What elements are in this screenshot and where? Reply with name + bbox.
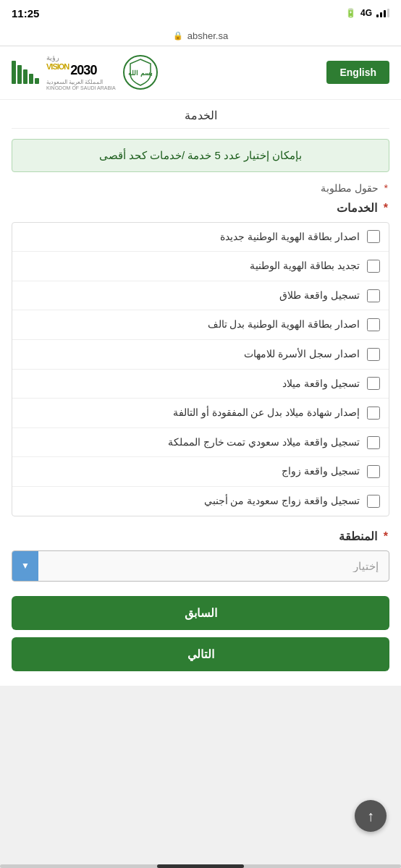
url-display: absher.sa	[187, 30, 228, 41]
region-select[interactable]: إختيار	[12, 551, 389, 581]
region-star: *	[384, 530, 388, 542]
page: English بسم الله رؤية VISION 2030 المملك…	[0, 46, 401, 686]
time-display: 11:25	[12, 7, 39, 20]
service-checkbox-0[interactable]	[367, 230, 380, 243]
list-item: اصدار بطاقة الهوية الوطنية جديدة	[12, 223, 389, 252]
service-label-5[interactable]: تسجيل واقعة ميلاد	[21, 377, 360, 391]
service-checkbox-3[interactable]	[367, 318, 380, 331]
next-button[interactable]: التالي	[12, 637, 389, 671]
list-item: تجديد بطاقة الهوية الوطنية	[12, 252, 389, 281]
service-checkbox-9[interactable]	[367, 495, 380, 508]
list-item: اصدار سجل الأسرة للامهات	[12, 340, 389, 370]
region-section: * المنطقة ▼ إختيار	[12, 529, 389, 582]
battery-icon: 🔋	[345, 8, 356, 18]
shield-logo: بسم الله	[123, 55, 158, 90]
service-label-9[interactable]: تسجيل واقعة زواج سعودية من أجنبي	[21, 494, 360, 509]
service-label-2[interactable]: تسجيل واقعة طلاق	[21, 289, 360, 303]
service-checkbox-2[interactable]	[367, 289, 380, 302]
service-checkbox-1[interactable]	[367, 260, 380, 273]
list-item: اصدار بطاقة الهوية الوطنية بدل تالف	[12, 310, 389, 340]
list-item: إصدار شهادة ميلاد بدل عن المفقودة أو الت…	[12, 399, 389, 428]
status-bar: 🔋 4G 11:25	[0, 0, 401, 26]
service-label-8[interactable]: تسجيل واقعة زواج	[21, 464, 360, 479]
service-label-0[interactable]: اصدار بطاقة الهوية الوطنية جديدة	[21, 230, 360, 244]
required-label: * حقول مطلوبة	[12, 182, 389, 194]
service-label-1[interactable]: تجديد بطاقة الهوية الوطنية	[21, 259, 360, 273]
content: الخدمة بإمكان إختيار عدد 5 خدمة /خدمات ك…	[0, 100, 401, 686]
button-group: السابق التالي	[12, 596, 389, 671]
bottom-bar-indicator	[157, 864, 244, 868]
service-label-4[interactable]: اصدار سجل الأسرة للامهات	[21, 347, 360, 362]
service-checkbox-6[interactable]	[367, 407, 380, 420]
scroll-top-icon: ↑	[367, 808, 374, 825]
required-star: *	[384, 182, 388, 194]
service-breadcrumb: الخدمة	[12, 100, 389, 129]
english-button[interactable]: English	[326, 61, 389, 84]
service-checkbox-8[interactable]	[367, 465, 380, 478]
bottom-bar	[0, 864, 401, 868]
service-label-6[interactable]: إصدار شهادة ميلاد بدل عن المفقودة أو الت…	[21, 406, 360, 420]
list-item: تسجيل واقعة زواج سعودية من أجنبي	[12, 487, 389, 516]
region-title: * المنطقة	[12, 529, 389, 543]
list-item: تسجيل واقعة ميلاد سعودي تمت خارج المملكة	[12, 428, 389, 458]
list-item: تسجيل واقعة ميلاد	[12, 370, 389, 399]
signal-icon	[376, 9, 389, 17]
service-checkbox-5[interactable]	[367, 377, 380, 390]
service-label-3[interactable]: اصدار بطاقة الهوية الوطنية بدل تالف	[21, 318, 360, 332]
services-section: * الخدمات اصدار بطاقة الهوية الوطنية جدي…	[12, 201, 389, 516]
services-title: * الخدمات	[12, 201, 389, 215]
prev-button[interactable]: السابق	[12, 596, 389, 630]
services-list: اصدار بطاقة الهوية الوطنية جديدة تجديد ب…	[12, 222, 389, 516]
service-checkbox-4[interactable]	[367, 348, 380, 361]
list-item: تسجيل واقعة طلاق	[12, 281, 389, 311]
scroll-top-button[interactable]: ↑	[355, 800, 387, 832]
header: English بسم الله رؤية VISION 2030 المملك…	[0, 46, 401, 100]
service-label-7[interactable]: تسجيل واقعة ميلاد سعودي تمت خارج المملكة	[21, 435, 360, 450]
svg-text:بسم الله: بسم الله	[128, 69, 153, 77]
region-select-wrapper: ▼ إختيار	[12, 550, 389, 582]
lock-icon: 🔒	[173, 31, 183, 41]
info-banner-text: بإمكان إختيار عدد 5 خدمة /خدمات كحد أقصى	[99, 149, 303, 161]
absher-logo	[12, 61, 39, 84]
list-item: تسجيل واقعة زواج	[12, 457, 389, 487]
address-bar: 🔒 absher.sa	[0, 26, 401, 46]
header-logos: بسم الله رؤية VISION 2030 المملكة العربي…	[12, 54, 158, 92]
services-star: *	[384, 202, 388, 214]
vision-2030-logo: رؤية VISION 2030 المملكة العربية السعودي…	[46, 54, 116, 92]
network-label: 4G	[360, 8, 372, 18]
status-left: 🔋 4G	[345, 8, 389, 18]
info-banner: بإمكان إختيار عدد 5 خدمة /خدمات كحد أقصى	[12, 139, 389, 172]
service-checkbox-7[interactable]	[367, 436, 380, 449]
